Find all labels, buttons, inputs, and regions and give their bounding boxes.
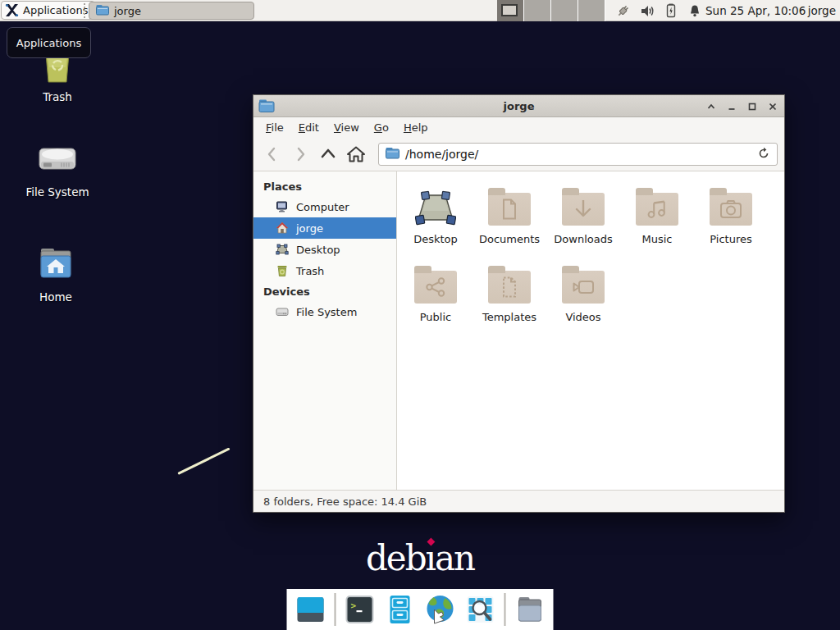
applications-tooltip: Applications (7, 27, 91, 58)
sidebar-item-label: jorge (296, 222, 323, 235)
power-plug-icon[interactable] (615, 2, 632, 19)
minimize-button[interactable] (725, 100, 738, 113)
web-browser-icon[interactable] (424, 593, 457, 626)
terminal-icon[interactable]: > (344, 593, 377, 626)
workspace-2[interactable] (524, 0, 551, 21)
titlebar[interactable]: jorge (253, 95, 784, 117)
file-item-documents[interactable]: Documents (472, 178, 546, 256)
workspace-1[interactable] (497, 0, 524, 21)
close-button[interactable] (766, 100, 779, 113)
file-item-label: Downloads (554, 233, 612, 245)
folder-icon (488, 193, 531, 226)
panel-separator-handle (84, 3, 87, 18)
sidebar-item-label: Computer (296, 201, 349, 213)
sidebar-item-computer[interactable]: Computer (253, 196, 396, 217)
menu-view[interactable]: View (326, 119, 367, 136)
shade-button[interactable] (705, 100, 718, 113)
folder-icon (562, 193, 605, 226)
file-item-desktop[interactable]: Desktop (399, 178, 472, 256)
folder-icon (414, 271, 457, 304)
sidebar: Places Computer (253, 171, 397, 490)
forward-button[interactable] (288, 142, 313, 167)
volume-icon[interactable] (639, 2, 655, 19)
menu-go[interactable]: Go (367, 119, 396, 136)
menu-edit[interactable]: Edit (291, 119, 326, 136)
home-folder-icon (16, 244, 95, 285)
top-panel: Applications jorge (0, 0, 840, 21)
taskbar-window-button[interactable]: jorge (89, 2, 254, 20)
sidebar-header-devices: Devices (253, 281, 396, 301)
debian-logo-text: an (435, 538, 474, 578)
workspace-switcher (497, 0, 605, 21)
camera-glyph (719, 199, 742, 219)
desktop-pager-icon[interactable] (294, 593, 327, 626)
folder-icon[interactable] (514, 593, 546, 626)
file-item-label: Videos (565, 311, 600, 323)
menubar: File Edit View Go Help (253, 117, 784, 138)
sidebar-item-trash[interactable]: Trash (253, 260, 396, 281)
debian-logo-i: ı (426, 538, 435, 578)
template-document-glyph (500, 276, 518, 298)
sidebar-item-desktop[interactable]: Desktop (253, 239, 396, 260)
system-tray (615, 0, 703, 21)
video-camera-glyph (572, 278, 595, 296)
back-button[interactable] (260, 142, 285, 167)
statusbar: 8 folders, Free space: 14.4 GiB (253, 490, 784, 512)
app-finder-icon[interactable] (464, 593, 497, 626)
workspace-4[interactable] (578, 0, 605, 21)
folder-icon (96, 4, 109, 18)
notifications-bell-icon[interactable] (687, 2, 703, 19)
workspace-3[interactable] (551, 0, 578, 21)
folder-icon (562, 271, 605, 304)
home-icon (275, 221, 290, 235)
dock-separator (504, 593, 506, 626)
file-item-label: Pictures (710, 233, 751, 245)
path-input[interactable]: /home/jorge/ (405, 148, 751, 161)
applications-tooltip-text: Applications (16, 37, 81, 49)
maximize-button[interactable] (746, 100, 759, 113)
file-item-label: Desktop (413, 233, 458, 245)
file-item-music[interactable]: Music (620, 178, 694, 256)
window-folder-icon (258, 98, 275, 116)
statusbar-text: 8 folders, Free space: 14.4 GiB (263, 495, 427, 508)
desktop-icon-home[interactable]: Home (16, 244, 95, 304)
file-item-templates[interactable]: Templates (472, 256, 546, 334)
up-button[interactable] (316, 142, 340, 167)
reload-icon[interactable] (757, 147, 770, 162)
hard-drive-icon (18, 139, 97, 180)
trash-icon (275, 264, 290, 277)
battery-charging-icon[interactable] (663, 2, 679, 19)
menu-help[interactable]: Help (396, 119, 436, 136)
desktop-icon-label: Trash (18, 90, 97, 103)
debian-logo: debıan (366, 541, 474, 576)
folder-view[interactable]: Desktop Documents Down (397, 171, 784, 490)
applications-menu-button[interactable]: Applications (1, 1, 95, 20)
file-item-public[interactable]: Public (399, 256, 472, 334)
sidebar-header-places: Places (253, 176, 396, 196)
file-item-pictures[interactable]: Pictures (694, 178, 768, 256)
path-folder-icon (386, 147, 399, 162)
sidebar-item-file-system[interactable]: File System (253, 301, 396, 322)
share-nodes-glyph (425, 276, 446, 298)
desktop-surface-icon (415, 186, 456, 226)
sidebar-item-jorge[interactable]: jorge (253, 217, 396, 239)
file-item-videos[interactable]: Videos (546, 256, 620, 334)
desktop-icon-label: Home (16, 290, 95, 304)
debian-logo-text: deb (366, 538, 426, 578)
file-item-label: Public (420, 311, 451, 323)
document-glyph (500, 199, 518, 220)
menu-file[interactable]: File (258, 119, 291, 136)
path-bar[interactable]: /home/jorge/ (378, 143, 778, 166)
home-button[interactable] (344, 142, 368, 167)
applications-menu-label: Applications (23, 4, 88, 16)
download-arrow-glyph (573, 199, 593, 220)
workspace-window-thumb (501, 4, 518, 16)
file-item-downloads[interactable]: Downloads (546, 178, 620, 256)
panel-clock[interactable]: Sun 25 Apr, 10:06 (705, 0, 806, 21)
music-notes-glyph (646, 199, 668, 220)
taskbar-window-label: jorge (114, 5, 141, 17)
folder-icon (710, 193, 752, 226)
file-cabinet-icon[interactable] (384, 593, 417, 626)
desktop-icon-file-system[interactable]: File System (18, 139, 97, 199)
panel-user-menu[interactable]: jorge (808, 0, 836, 21)
